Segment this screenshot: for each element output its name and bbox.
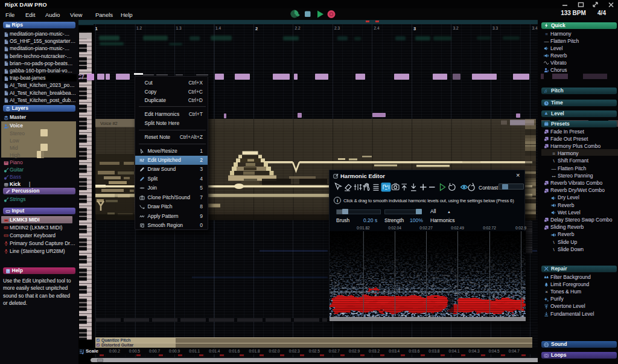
svg-text:Contrast: Contrast	[479, 185, 499, 191]
svg-text:Voice #2: Voice #2	[100, 121, 118, 126]
